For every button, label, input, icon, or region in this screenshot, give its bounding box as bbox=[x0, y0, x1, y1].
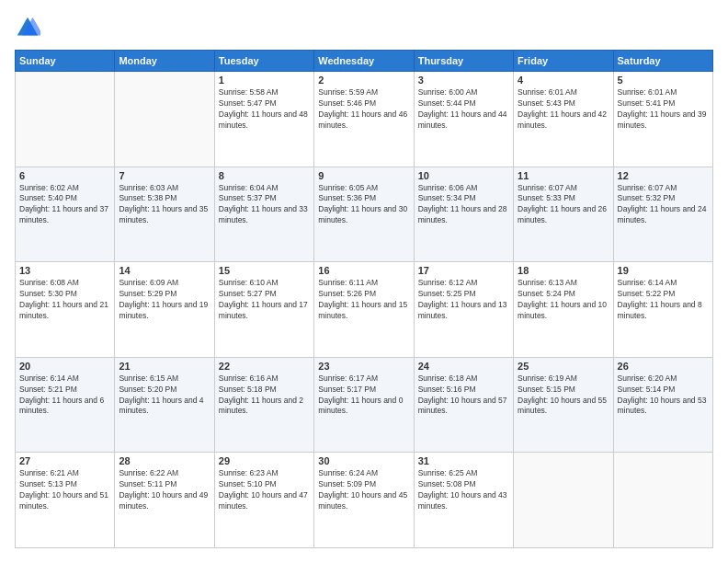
calendar-cell: 8Sunrise: 6:04 AM Sunset: 5:37 PM Daylig… bbox=[214, 167, 313, 262]
day-info: Sunrise: 6:21 AM Sunset: 5:13 PM Dayligh… bbox=[19, 468, 110, 512]
day-number: 28 bbox=[119, 455, 210, 466]
day-info: Sunrise: 6:07 AM Sunset: 5:33 PM Dayligh… bbox=[518, 183, 609, 227]
day-info: Sunrise: 6:22 AM Sunset: 5:11 PM Dayligh… bbox=[119, 468, 210, 512]
day-info: Sunrise: 6:02 AM Sunset: 5:40 PM Dayligh… bbox=[19, 183, 110, 227]
day-info: Sunrise: 6:03 AM Sunset: 5:38 PM Dayligh… bbox=[119, 183, 210, 227]
day-number: 25 bbox=[518, 361, 609, 372]
weekday-header-wednesday: Wednesday bbox=[314, 51, 414, 72]
weekday-header-thursday: Thursday bbox=[414, 51, 513, 72]
day-number: 2 bbox=[318, 75, 409, 86]
day-number: 18 bbox=[518, 265, 609, 276]
calendar-cell: 22Sunrise: 6:16 AM Sunset: 5:18 PM Dayli… bbox=[214, 357, 313, 453]
day-number: 1 bbox=[219, 75, 310, 86]
day-number: 10 bbox=[418, 170, 509, 181]
calendar-cell bbox=[115, 72, 214, 167]
day-info: Sunrise: 6:13 AM Sunset: 5:24 PM Dayligh… bbox=[518, 278, 609, 322]
calendar-cell: 28Sunrise: 6:22 AM Sunset: 5:11 PM Dayli… bbox=[115, 453, 214, 548]
day-info: Sunrise: 6:23 AM Sunset: 5:10 PM Dayligh… bbox=[219, 468, 310, 512]
day-number: 13 bbox=[19, 265, 110, 276]
day-info: Sunrise: 6:17 AM Sunset: 5:17 PM Dayligh… bbox=[318, 373, 409, 418]
day-number: 15 bbox=[219, 265, 310, 276]
day-info: Sunrise: 6:06 AM Sunset: 5:34 PM Dayligh… bbox=[418, 183, 509, 227]
day-info: Sunrise: 6:11 AM Sunset: 5:26 PM Dayligh… bbox=[318, 278, 409, 322]
day-info: Sunrise: 6:00 AM Sunset: 5:44 PM Dayligh… bbox=[418, 87, 509, 132]
day-info: Sunrise: 6:01 AM Sunset: 5:41 PM Dayligh… bbox=[618, 87, 709, 132]
week-row-0: 1Sunrise: 5:58 AM Sunset: 5:47 PM Daylig… bbox=[16, 72, 713, 167]
calendar-cell: 4Sunrise: 6:01 AM Sunset: 5:43 PM Daylig… bbox=[514, 72, 613, 167]
day-number: 24 bbox=[418, 361, 509, 372]
calendar-cell: 9Sunrise: 6:05 AM Sunset: 5:36 PM Daylig… bbox=[314, 167, 414, 262]
day-info: Sunrise: 6:04 AM Sunset: 5:37 PM Dayligh… bbox=[219, 183, 310, 227]
weekday-header-sunday: Sunday bbox=[16, 51, 115, 72]
day-number: 3 bbox=[418, 75, 509, 86]
day-info: Sunrise: 6:14 AM Sunset: 5:21 PM Dayligh… bbox=[19, 373, 110, 418]
weekday-header-row: SundayMondayTuesdayWednesdayThursdayFrid… bbox=[16, 51, 713, 72]
day-info: Sunrise: 6:01 AM Sunset: 5:43 PM Dayligh… bbox=[518, 87, 609, 132]
day-number: 30 bbox=[318, 455, 409, 466]
weekday-header-friday: Friday bbox=[514, 51, 613, 72]
day-number: 6 bbox=[19, 170, 110, 181]
day-number: 29 bbox=[219, 455, 310, 466]
day-number: 21 bbox=[119, 361, 210, 372]
day-number: 14 bbox=[119, 265, 210, 276]
week-row-3: 20Sunrise: 6:14 AM Sunset: 5:21 PM Dayli… bbox=[16, 357, 713, 453]
weekday-header-tuesday: Tuesday bbox=[214, 51, 313, 72]
day-number: 31 bbox=[418, 455, 509, 466]
week-row-2: 13Sunrise: 6:08 AM Sunset: 5:30 PM Dayli… bbox=[16, 262, 713, 358]
calendar-cell: 6Sunrise: 6:02 AM Sunset: 5:40 PM Daylig… bbox=[16, 167, 115, 262]
weekday-header-monday: Monday bbox=[115, 51, 214, 72]
calendar-cell: 2Sunrise: 5:59 AM Sunset: 5:46 PM Daylig… bbox=[314, 72, 414, 167]
day-info: Sunrise: 6:25 AM Sunset: 5:08 PM Dayligh… bbox=[418, 468, 509, 512]
week-row-1: 6Sunrise: 6:02 AM Sunset: 5:40 PM Daylig… bbox=[16, 167, 713, 262]
calendar-cell: 30Sunrise: 6:24 AM Sunset: 5:09 PM Dayli… bbox=[314, 453, 414, 548]
day-info: Sunrise: 6:18 AM Sunset: 5:16 PM Dayligh… bbox=[418, 373, 509, 418]
day-number: 27 bbox=[19, 455, 110, 466]
day-number: 26 bbox=[618, 361, 709, 372]
header bbox=[15, 15, 713, 40]
calendar-cell: 25Sunrise: 6:19 AM Sunset: 5:15 PM Dayli… bbox=[514, 357, 613, 453]
day-number: 16 bbox=[318, 265, 409, 276]
calendar-cell: 23Sunrise: 6:17 AM Sunset: 5:17 PM Dayli… bbox=[314, 357, 414, 453]
day-info: Sunrise: 6:07 AM Sunset: 5:32 PM Dayligh… bbox=[618, 183, 709, 227]
calendar-cell: 31Sunrise: 6:25 AM Sunset: 5:08 PM Dayli… bbox=[414, 453, 513, 548]
day-number: 5 bbox=[618, 75, 709, 86]
calendar-cell: 17Sunrise: 6:12 AM Sunset: 5:25 PM Dayli… bbox=[414, 262, 513, 358]
day-number: 4 bbox=[518, 75, 609, 86]
day-number: 23 bbox=[318, 361, 409, 372]
calendar-cell: 29Sunrise: 6:23 AM Sunset: 5:10 PM Dayli… bbox=[214, 453, 313, 548]
calendar-cell bbox=[514, 453, 613, 548]
day-info: Sunrise: 6:24 AM Sunset: 5:09 PM Dayligh… bbox=[318, 468, 409, 512]
day-info: Sunrise: 6:15 AM Sunset: 5:20 PM Dayligh… bbox=[119, 373, 210, 418]
day-number: 22 bbox=[219, 361, 310, 372]
day-info: Sunrise: 6:12 AM Sunset: 5:25 PM Dayligh… bbox=[418, 278, 509, 322]
day-number: 9 bbox=[318, 170, 409, 181]
day-info: Sunrise: 6:20 AM Sunset: 5:14 PM Dayligh… bbox=[618, 373, 709, 418]
calendar-cell: 19Sunrise: 6:14 AM Sunset: 5:22 PM Dayli… bbox=[613, 262, 712, 358]
day-info: Sunrise: 6:19 AM Sunset: 5:15 PM Dayligh… bbox=[518, 373, 609, 418]
calendar-cell: 7Sunrise: 6:03 AM Sunset: 5:38 PM Daylig… bbox=[115, 167, 214, 262]
calendar-cell: 21Sunrise: 6:15 AM Sunset: 5:20 PM Dayli… bbox=[115, 357, 214, 453]
day-info: Sunrise: 5:58 AM Sunset: 5:47 PM Dayligh… bbox=[219, 87, 310, 132]
day-number: 17 bbox=[418, 265, 509, 276]
calendar-table: SundayMondayTuesdayWednesdayThursdayFrid… bbox=[15, 50, 713, 548]
logo-icon bbox=[15, 15, 40, 40]
calendar-cell: 12Sunrise: 6:07 AM Sunset: 5:32 PM Dayli… bbox=[613, 167, 712, 262]
calendar-cell: 20Sunrise: 6:14 AM Sunset: 5:21 PM Dayli… bbox=[16, 357, 115, 453]
day-number: 7 bbox=[119, 170, 210, 181]
week-row-4: 27Sunrise: 6:21 AM Sunset: 5:13 PM Dayli… bbox=[16, 453, 713, 548]
day-info: Sunrise: 6:14 AM Sunset: 5:22 PM Dayligh… bbox=[618, 278, 709, 322]
day-info: Sunrise: 6:05 AM Sunset: 5:36 PM Dayligh… bbox=[318, 183, 409, 227]
day-number: 11 bbox=[518, 170, 609, 181]
calendar-cell: 14Sunrise: 6:09 AM Sunset: 5:29 PM Dayli… bbox=[115, 262, 214, 358]
calendar-cell: 24Sunrise: 6:18 AM Sunset: 5:16 PM Dayli… bbox=[414, 357, 513, 453]
calendar-cell: 16Sunrise: 6:11 AM Sunset: 5:26 PM Dayli… bbox=[314, 262, 414, 358]
calendar-cell bbox=[16, 72, 115, 167]
weekday-header-saturday: Saturday bbox=[613, 51, 712, 72]
calendar-cell: 1Sunrise: 5:58 AM Sunset: 5:47 PM Daylig… bbox=[214, 72, 313, 167]
day-info: Sunrise: 6:10 AM Sunset: 5:27 PM Dayligh… bbox=[219, 278, 310, 322]
calendar-cell: 26Sunrise: 6:20 AM Sunset: 5:14 PM Dayli… bbox=[613, 357, 712, 453]
day-info: Sunrise: 5:59 AM Sunset: 5:46 PM Dayligh… bbox=[318, 87, 409, 132]
calendar-cell bbox=[613, 453, 712, 548]
day-info: Sunrise: 6:08 AM Sunset: 5:30 PM Dayligh… bbox=[19, 278, 110, 322]
day-number: 20 bbox=[19, 361, 110, 372]
